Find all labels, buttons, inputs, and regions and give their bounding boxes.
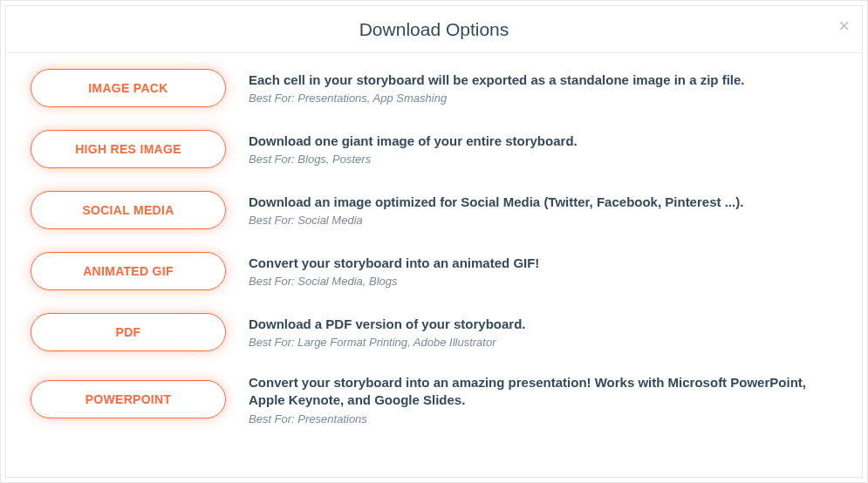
option-powerpoint: POWERPOINT Convert your storyboard into … <box>31 374 837 425</box>
pdf-button[interactable]: PDF <box>31 313 226 351</box>
option-best-for: Best For: Social Media, Blogs <box>249 275 837 288</box>
option-title: Each cell in your storyboard will be exp… <box>249 71 837 89</box>
option-description: Convert your storyboard into an amazing … <box>226 374 837 425</box>
social-media-button[interactable]: SOCIAL MEDIA <box>31 191 226 229</box>
option-best-for: Best For: Blogs, Posters <box>249 153 837 166</box>
option-image-pack: IMAGE PACK Each cell in your storyboard … <box>31 69 837 107</box>
close-icon: × <box>838 15 850 37</box>
option-title: Convert your storyboard into an animated… <box>249 255 837 272</box>
option-description: Each cell in your storyboard will be exp… <box>226 71 837 105</box>
option-description: Download a PDF version of your storyboar… <box>226 316 837 349</box>
download-options-modal: Download Options × IMAGE PACK Each cell … <box>5 5 863 478</box>
option-title: Download a PDF version of your storyboar… <box>249 316 837 333</box>
option-title: Download an image optimized for Social M… <box>249 194 837 211</box>
high-res-image-button[interactable]: HIGH RES IMAGE <box>31 130 226 168</box>
image-pack-button[interactable]: IMAGE PACK <box>31 69 226 107</box>
page-frame: Download Options × IMAGE PACK Each cell … <box>0 0 868 483</box>
option-title: Download one giant image of your entire … <box>249 133 837 150</box>
close-button[interactable]: × <box>838 17 850 36</box>
options-list: IMAGE PACK Each cell in your storyboard … <box>6 53 862 443</box>
option-title: Convert your storyboard into an amazing … <box>249 374 837 410</box>
option-description: Download an image optimized for Social M… <box>226 194 837 227</box>
option-animated-gif: ANIMATED GIF Convert your storyboard int… <box>31 252 837 290</box>
option-description: Download one giant image of your entire … <box>226 133 837 166</box>
option-pdf: PDF Download a PDF version of your story… <box>31 313 837 351</box>
modal-title: Download Options <box>359 19 509 40</box>
option-best-for: Best For: Social Media <box>249 214 837 227</box>
option-description: Convert your storyboard into an animated… <box>226 255 837 288</box>
powerpoint-button[interactable]: POWERPOINT <box>31 380 226 418</box>
option-best-for: Best For: Large Format Printing, Adobe I… <box>249 336 837 349</box>
option-best-for: Best For: Presentations <box>249 412 837 425</box>
option-best-for: Best For: Presentations, App Smashing <box>249 92 837 105</box>
modal-header: Download Options × <box>6 6 862 53</box>
option-social-media: SOCIAL MEDIA Download an image optimized… <box>31 191 837 229</box>
animated-gif-button[interactable]: ANIMATED GIF <box>31 252 226 290</box>
option-high-res-image: HIGH RES IMAGE Download one giant image … <box>31 130 837 168</box>
